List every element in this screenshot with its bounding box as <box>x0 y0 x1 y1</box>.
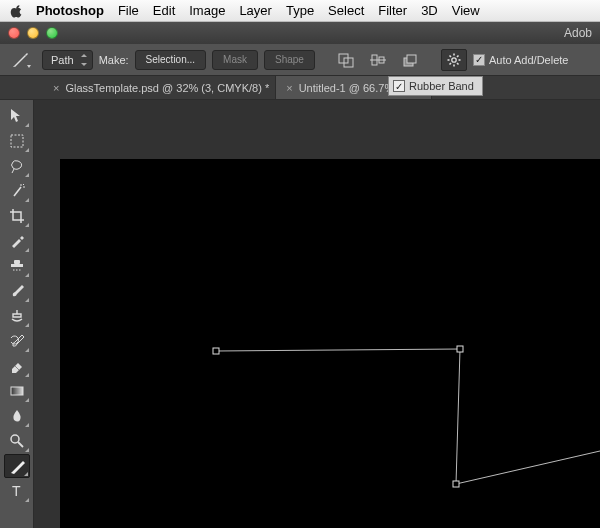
mac-menubar: Photoshop File Edit Image Layer Type Sel… <box>0 0 600 22</box>
brush-tool[interactable] <box>4 279 30 303</box>
make-label: Make: <box>99 54 129 66</box>
menu-file[interactable]: File <box>118 3 139 18</box>
path-arrangement-button[interactable] <box>397 49 423 71</box>
svg-line-18 <box>14 187 21 196</box>
svg-point-8 <box>452 57 456 61</box>
svg-line-16 <box>449 63 451 65</box>
path-operations-button[interactable] <box>333 49 359 71</box>
tab-title: GlassTemplate.psd @ 32% (3, CMYK/8) * <box>65 82 269 94</box>
canvas-area[interactable] <box>43 100 600 528</box>
menu-select[interactable]: Select <box>328 3 364 18</box>
pen-tool[interactable] <box>4 454 30 478</box>
eyedropper-tool[interactable] <box>4 229 30 253</box>
workspace: T <box>0 100 600 528</box>
menu-filter[interactable]: Filter <box>378 3 407 18</box>
move-tool[interactable] <box>4 104 30 128</box>
gradient-tool[interactable] <box>4 379 30 403</box>
auto-add-delete-label: Auto Add/Delete <box>489 54 569 66</box>
checkbox-icon[interactable]: ✓ <box>393 80 405 92</box>
marquee-tool[interactable] <box>4 129 30 153</box>
menu-3d[interactable]: 3D <box>421 3 438 18</box>
gear-popup: ✓ Rubber Band <box>388 76 483 96</box>
window-titlebar: Adob <box>0 22 600 44</box>
svg-line-21 <box>23 184 24 185</box>
type-tool[interactable]: T <box>4 479 30 503</box>
svg-rect-22 <box>14 260 20 264</box>
spot-healing-tool[interactable] <box>4 254 30 278</box>
make-mask-button[interactable]: Mask <box>212 50 258 70</box>
app-name[interactable]: Photoshop <box>36 3 104 18</box>
window-title: Adob <box>70 26 600 40</box>
tool-mode-dropdown[interactable]: Path <box>42 50 93 70</box>
svg-rect-17 <box>11 135 23 147</box>
traffic-lights <box>8 27 58 39</box>
clone-stamp-tool[interactable] <box>4 304 30 328</box>
svg-rect-26 <box>11 387 23 395</box>
svg-line-28 <box>18 442 23 447</box>
magic-wand-tool[interactable] <box>4 179 30 203</box>
minimize-window-button[interactable] <box>27 27 39 39</box>
svg-rect-23 <box>11 264 23 267</box>
menu-type[interactable]: Type <box>286 3 314 18</box>
close-tab-icon[interactable]: × <box>286 82 292 94</box>
document-tab[interactable]: × GlassTemplate.psd @ 32% (3, CMYK/8) * <box>43 76 276 99</box>
close-window-button[interactable] <box>8 27 20 39</box>
eraser-tool[interactable] <box>4 354 30 378</box>
svg-text:T: T <box>12 483 21 499</box>
gear-options-button[interactable] <box>441 49 467 71</box>
blur-tool[interactable] <box>4 404 30 428</box>
svg-line-14 <box>457 63 459 65</box>
rubber-band-label[interactable]: Rubber Band <box>409 80 474 92</box>
close-tab-icon[interactable]: × <box>53 82 59 94</box>
lasso-tool[interactable] <box>4 154 30 178</box>
menu-view[interactable]: View <box>452 3 480 18</box>
path-alignment-button[interactable] <box>365 49 391 71</box>
tools-panel: T <box>0 100 34 528</box>
dodge-tool[interactable] <box>4 429 30 453</box>
svg-marker-0 <box>27 65 31 68</box>
apple-icon[interactable] <box>10 4 24 18</box>
canvas[interactable] <box>60 159 600 528</box>
menu-layer[interactable]: Layer <box>239 3 272 18</box>
svg-line-13 <box>449 55 451 57</box>
menu-image[interactable]: Image <box>189 3 225 18</box>
auto-add-delete-checkbox[interactable]: ✓ Auto Add/Delete <box>473 54 569 66</box>
make-shape-button[interactable]: Shape <box>264 50 315 70</box>
options-bar: Path Make: Selection... Mask Shape ✓ Aut… <box>0 44 600 76</box>
history-brush-tool[interactable] <box>4 329 30 353</box>
svg-point-27 <box>11 435 19 443</box>
svg-rect-7 <box>407 55 416 63</box>
make-selection-button[interactable]: Selection... <box>135 50 206 70</box>
svg-line-15 <box>457 55 459 57</box>
checkbox-icon: ✓ <box>473 54 485 66</box>
zoom-window-button[interactable] <box>46 27 58 39</box>
current-tool-indicator[interactable] <box>6 49 36 71</box>
crop-tool[interactable] <box>4 204 30 228</box>
document-tab-bar: × GlassTemplate.psd @ 32% (3, CMYK/8) * … <box>0 76 600 100</box>
menu-edit[interactable]: Edit <box>153 3 175 18</box>
